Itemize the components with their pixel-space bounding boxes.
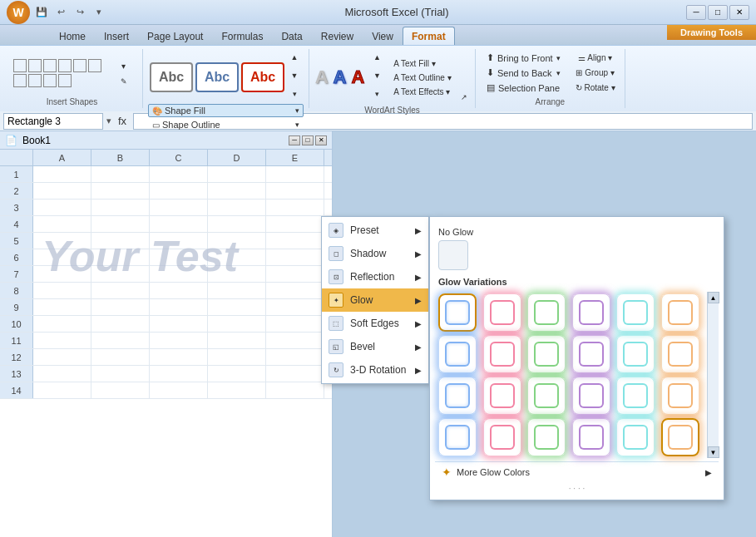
glow-item-4-1[interactable] <box>438 418 477 456</box>
tab-home[interactable]: Home <box>50 27 95 45</box>
shape-style-1[interactable]: Abc <box>150 62 193 92</box>
edit-shape-btn[interactable]: ✎ <box>116 75 131 88</box>
style-more[interactable]: ▾ <box>287 87 302 104</box>
wordart-sample-3[interactable]: A <box>349 65 366 90</box>
style-scroll-up[interactable]: ▲ <box>287 51 302 67</box>
workbook-close[interactable]: ✕ <box>315 135 327 145</box>
close-btn[interactable]: ✕ <box>729 5 749 20</box>
shape-fill-btn[interactable]: 🎨 Shape Fill ▾ <box>148 104 304 117</box>
tab-insert[interactable]: Insert <box>95 27 138 45</box>
shape-callout-tool[interactable] <box>58 74 72 87</box>
shape-freeform-tool[interactable] <box>13 74 27 87</box>
shape-star-tool[interactable] <box>43 74 57 87</box>
glow-item-4-4[interactable] <box>572 418 610 456</box>
wordart-sample-1[interactable]: A <box>314 65 330 90</box>
glow-item-3-2[interactable] <box>483 377 521 415</box>
tab-review[interactable]: Review <box>312 27 363 45</box>
menu-item-preset[interactable]: ◈ Preset ▶ <box>322 219 428 242</box>
tab-data[interactable]: Data <box>272 27 311 45</box>
glow-item-4-6[interactable] <box>661 418 699 456</box>
glow-item-2-2[interactable] <box>483 335 521 373</box>
tab-formulas[interactable]: Formulas <box>212 27 272 45</box>
glow-item-1-4[interactable] <box>572 293 610 332</box>
wa-scroll-down[interactable]: ▼ <box>369 69 384 86</box>
rotate-btn[interactable]: ↻ Rotate ▾ <box>571 81 620 95</box>
corner-cell[interactable] <box>0 150 33 165</box>
text-effects-btn[interactable]: A Text Effects ▾ <box>389 86 456 98</box>
shape-oval-tool[interactable] <box>58 59 72 72</box>
shape-connector-tool[interactable] <box>88 59 101 72</box>
redo-quick-btn[interactable]: ↪ <box>72 4 88 21</box>
col-b[interactable]: B <box>91 150 150 165</box>
shape-select-tool[interactable] <box>13 59 27 72</box>
glow-item-3-1[interactable] <box>438 377 477 415</box>
glow-item-3-5[interactable] <box>616 377 655 415</box>
glow-item-2-5[interactable] <box>616 335 655 373</box>
wa-expand-btn[interactable]: ↗ <box>457 91 471 104</box>
save-quick-btn[interactable]: 💾 <box>33 4 50 21</box>
selection-pane-btn[interactable]: ▤ Selection Pane <box>481 81 566 95</box>
glow-item-2-4[interactable] <box>572 335 610 373</box>
bring-to-front-btn[interactable]: ⬆ Bring to Front ▾ <box>481 51 566 65</box>
no-glow-box[interactable] <box>438 240 468 270</box>
name-box[interactable] <box>3 113 103 130</box>
glow-item-4-5[interactable] <box>616 418 655 456</box>
minimize-btn[interactable]: ─ <box>686 5 706 20</box>
shape-style-2[interactable]: Abc <box>195 62 239 92</box>
col-d[interactable]: D <box>208 150 266 165</box>
more-shapes-btn[interactable]: ▾ <box>116 59 131 73</box>
glow-item-3-3[interactable] <box>527 377 566 415</box>
menu-item-bevel[interactable]: ◱ Bevel ▶ <box>322 335 428 358</box>
glow-item-1-1[interactable] <box>438 293 477 332</box>
text-outline-btn[interactable]: A Text Outline ▾ <box>389 71 456 84</box>
shape-line-tool[interactable] <box>28 59 42 72</box>
glow-item-1-2[interactable] <box>483 293 521 332</box>
shape-arrow-tool[interactable] <box>73 59 86 72</box>
glow-resize-handle[interactable]: · · · · <box>435 482 719 495</box>
tab-view[interactable]: View <box>363 27 403 45</box>
shape-style-3[interactable]: Abc <box>241 62 284 92</box>
tab-page-layout[interactable]: Page Layout <box>138 27 212 45</box>
cell-a1[interactable] <box>33 166 91 182</box>
glow-item-3-6[interactable] <box>661 377 699 415</box>
scroll-down-btn[interactable]: ▼ <box>708 446 719 458</box>
group-btn[interactable]: ⊞ Group ▾ <box>571 66 620 80</box>
wa-more[interactable]: ▾ <box>369 87 384 104</box>
undo-quick-btn[interactable]: ↩ <box>52 4 69 21</box>
glow-item-4-3[interactable] <box>527 418 566 456</box>
glow-item-1-3[interactable] <box>527 293 566 332</box>
tab-format[interactable]: Format <box>403 27 455 45</box>
glow-item-4-2[interactable] <box>483 418 521 456</box>
glow-item-1-5[interactable] <box>616 293 655 332</box>
scroll-up-btn[interactable]: ▲ <box>708 292 719 303</box>
shape-text-tool[interactable] <box>28 74 42 87</box>
glow-item-2-3[interactable] <box>527 335 566 373</box>
expand-name-btn[interactable]: ▾ <box>106 116 111 126</box>
menu-item-reflection[interactable]: ⊡ Reflection ▶ <box>322 265 428 288</box>
col-e[interactable]: E <box>266 150 324 165</box>
workbook-minimize[interactable]: ─ <box>289 135 300 145</box>
wordart-sample-2[interactable]: A <box>332 65 348 90</box>
glow-item-2-1[interactable] <box>438 335 477 373</box>
align-btn[interactable]: ⚌ Align ▾ <box>571 51 620 65</box>
col-a[interactable]: A <box>33 150 91 165</box>
text-fill-btn[interactable]: A Text Fill ▾ <box>389 57 456 70</box>
send-to-back-btn[interactable]: ⬇ Send to Back ▾ <box>481 66 566 80</box>
menu-item-shadow[interactable]: ◻ Shadow ▶ <box>322 242 428 265</box>
style-scroll-down[interactable]: ▼ <box>287 69 302 86</box>
col-c[interactable]: C <box>150 150 208 165</box>
qa-dropdown-btn[interactable]: ▾ <box>91 4 107 21</box>
glow-item-1-6[interactable] <box>661 293 699 332</box>
maximize-btn[interactable]: □ <box>708 5 728 20</box>
shape-outline-btn[interactable]: ▭ Shape Outline ▾ <box>148 118 304 131</box>
menu-item-soft-edges[interactable]: ⬚ Soft Edges ▶ <box>322 312 428 335</box>
more-glow-colors-btn[interactable]: ✦ More Glow Colors ▶ <box>435 461 719 482</box>
menu-item-glow[interactable]: ✦ Glow ▶ <box>322 288 428 312</box>
menu-item-3d-rotation[interactable]: ↻ 3-D Rotation ▶ <box>322 358 428 382</box>
glow-item-3-4[interactable] <box>572 377 610 415</box>
wa-scroll-up[interactable]: ▲ <box>369 51 384 67</box>
glow-item-2-6[interactable] <box>661 335 699 373</box>
office-button[interactable]: W <box>7 1 30 24</box>
workbook-restore[interactable]: □ <box>302 135 314 145</box>
shape-rect-tool[interactable] <box>43 59 57 72</box>
